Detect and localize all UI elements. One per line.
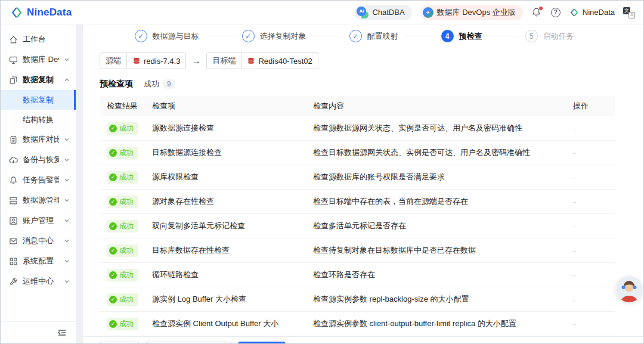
check-item-cell: 双向复制多活单元标记检查 [152, 221, 313, 231]
sidebar-item-7[interactable]: 任务告警管理 [1, 170, 76, 190]
action-cell: - [573, 246, 615, 255]
redis-icon [247, 57, 255, 65]
success-check-icon: ✓ [109, 198, 117, 206]
status-label: 成功 [119, 270, 134, 280]
sidebar-item-2[interactable]: 数据复制 [1, 70, 76, 90]
sidebar-item-5[interactable]: 数据库对比 [1, 129, 76, 150]
check-content-cell: 检查待复制对象在目标数据库中是否已存在数据 [313, 245, 573, 256]
step-label: 预检查 [459, 31, 482, 42]
compare-icon [9, 135, 18, 144]
success-check-icon: ✓ [109, 222, 117, 230]
table-row: ✓成功源数据源连接检查检查源数据源网关状态、实例是否可达、用户名及密码准确性- [100, 116, 615, 141]
header-right: AI ChatDBA ✈ 数据库 DevOps 企业版 ? NineData 文… [354, 5, 635, 20]
success-check-icon: ✓ [109, 320, 117, 328]
action-cell: - [573, 222, 615, 231]
table-row: ✓成功源实例 Log Buffer 大小检查检查源实例参数 repl-backl… [100, 287, 615, 312]
table-row: ✓成功循环链路检查检查环路是否存在- [100, 263, 615, 287]
precheck-table: 检查结果 检查项 检查内容 操作 ✓成功源数据源连接检查检查源数据源网关状态、实… [83, 96, 643, 336]
check-item-cell: 检查源实例 Client Output Buffer 大小 [152, 318, 313, 329]
precheck-title: 预检查项 [100, 79, 133, 89]
chevron-down-icon [64, 157, 70, 163]
action-cell: - [573, 197, 615, 206]
check-content-cell: 检查源数据源网关状态、实例是否可达、用户名及密码准确性 [313, 123, 573, 134]
sidebar-item-9[interactable]: 账户管理 [1, 210, 76, 231]
result-cell: ✓成功 [100, 220, 152, 233]
sidebar-item-6[interactable]: 备份与恢复 [1, 150, 76, 170]
sidebar-item-label: 消息中心 [23, 235, 59, 246]
redis-icon [132, 57, 141, 65]
step-label: 选择复制对象 [260, 31, 306, 42]
result-cell: ✓成功 [100, 122, 152, 135]
status-badge: ✓成功 [107, 196, 138, 208]
result-cell: ✓成功 [100, 293, 152, 306]
check-content-cell: 检查源数据库的账号权限是否满足要求 [313, 172, 573, 182]
target-tag-value: Redis40-Test02 [241, 52, 318, 69]
step-label: 数据源与目标 [153, 31, 199, 42]
sidebar-item-1[interactable]: 数据库 DevOps [1, 49, 76, 70]
backup-icon [9, 156, 18, 165]
sidebar-item-label: 任务告警管理 [23, 175, 59, 185]
account-menu[interactable]: NineData [569, 8, 615, 17]
sidebar-item-0[interactable]: 工作台 [1, 29, 76, 49]
ninedata-logo-icon-small [569, 8, 579, 17]
table-body: ✓成功源数据源连接检查检查源数据源网关状态、实例是否可达、用户名及密码准确性-✓… [100, 116, 615, 336]
help-icon[interactable]: ? [550, 7, 561, 18]
chevron-down-icon [64, 238, 70, 244]
status-label: 成功 [119, 172, 134, 182]
edition-label: 数据库 DevOps 企业版 [437, 7, 516, 18]
sidebar-item-label: 数据复制 [23, 95, 68, 106]
chatdba-button[interactable]: AI ChatDBA [354, 5, 411, 20]
action-cell: - [573, 148, 615, 157]
prev-step-button[interactable]: 上一步 [100, 342, 140, 344]
collapse-sidebar-button[interactable] [57, 327, 67, 338]
check-item-cell: 源实例 Log Buffer 大小检查 [152, 294, 313, 305]
status-badge: ✓成功 [107, 122, 138, 135]
step-check-icon: ✓ [349, 30, 362, 42]
result-cell: ✓成功 [100, 196, 152, 208]
notification-bell-icon[interactable] [531, 7, 542, 18]
sidebar-item-3[interactable]: 数据复制 [1, 90, 76, 110]
chevron-up-icon [64, 77, 70, 83]
status-label: 成功 [119, 197, 134, 207]
step-2: ✓选择复制对象 [242, 30, 306, 42]
sidebar-item-label: 运维中心 [23, 276, 59, 287]
brand-logo[interactable]: NineData [10, 6, 72, 19]
chevron-down-icon [64, 218, 70, 224]
step-1: ✓数据源与目标 [135, 30, 199, 42]
step-connector [312, 36, 343, 36]
start-task-button[interactable]: 启动任务 [238, 342, 286, 344]
action-cell: - [573, 295, 615, 304]
top-header: NineData AI ChatDBA ✈ 数据库 DevOps 企业版 ? N… [1, 1, 643, 24]
edition-badge[interactable]: ✈ 数据库 DevOps 企业版 [420, 5, 523, 20]
status-badge: ✓成功 [107, 147, 138, 159]
step-4: 4预检查 [441, 30, 482, 42]
check-content-cell: 检查环路是否存在 [313, 269, 573, 280]
datasource-icon [9, 196, 18, 205]
sidebar-footer [1, 321, 76, 343]
result-cell: ✓成功 [100, 147, 152, 159]
sidebar-item-12[interactable]: 运维中心 [1, 271, 76, 292]
status-badge: ✓成功 [107, 220, 138, 233]
check-content-cell: 检查目标端中存在的表，当前在源端是否存在 [313, 196, 573, 207]
source-tag-label: 源端 [100, 52, 127, 69]
action-cell: - [573, 320, 615, 328]
save-task-button[interactable]: 保存任务，返回列表 [145, 342, 232, 344]
table-row: ✓成功源对象存在性检查检查目标端中存在的表，当前在源端是否存在- [100, 190, 615, 214]
check-item-cell: 目标数据源连接检查 [152, 147, 313, 158]
notification-dot [539, 7, 543, 10]
sidebar-item-4[interactable]: 结构转换 [1, 110, 76, 129]
sidebar-item-10[interactable]: 消息中心 [1, 231, 76, 251]
support-avatar[interactable] [616, 276, 642, 302]
sidebar-item-11[interactable]: 系统配置 [1, 251, 76, 271]
status-badge: ✓成功 [107, 244, 138, 257]
sidebar-item-label: 备份与恢复 [23, 154, 59, 165]
step-check-icon: ✓ [242, 30, 255, 42]
table-header-row: 检查结果 检查项 检查内容 操作 [100, 96, 615, 116]
translate-icon[interactable]: 文A [623, 7, 635, 18]
status-badge: ✓成功 [107, 293, 138, 306]
sidebar-item-label: 数据复制 [23, 75, 59, 85]
sidebar-nav: 工作台数据库 DevOps数据复制数据复制结构转换数据库对比备份与恢复任务告警管… [1, 24, 76, 321]
check-item-cell: 目标库数据存在性检查 [152, 245, 313, 256]
sidebar-item-8[interactable]: 数据源管理 [1, 190, 76, 210]
col-header-result: 检查结果 [100, 101, 152, 111]
